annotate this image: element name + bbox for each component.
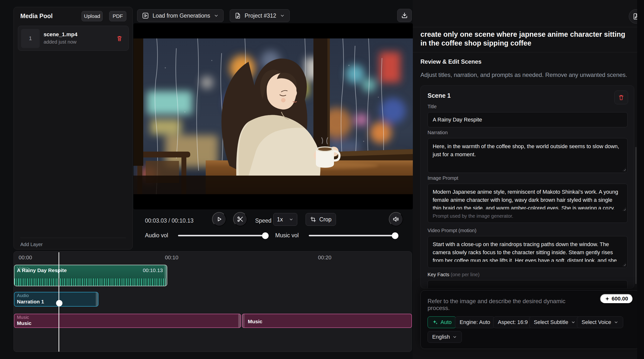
credits-value: 600.00: [612, 296, 628, 302]
chevron-down-icon: [571, 320, 576, 325]
aspect-label: Aspect: 16:9: [498, 319, 528, 326]
narration-text: Here, in the warmth of the coffee shop, …: [428, 138, 627, 163]
audio-clip-title: Narration 1: [17, 299, 44, 305]
speed-value: 1x: [277, 216, 283, 223]
credits-badge[interactable]: 600.00: [600, 294, 633, 304]
speed-select[interactable]: 1x: [273, 213, 297, 226]
music-volume-slider[interactable]: [309, 235, 395, 236]
scene-1-card: Scene 1 Title Narration Here, in the war…: [420, 86, 634, 288]
playhead-handle[interactable]: [56, 300, 62, 306]
scene-editor-panel: create only one scene where japnese anim…: [413, 0, 644, 359]
resize-handle-icon[interactable]: [622, 263, 626, 266]
music-clip-title: Music: [17, 320, 32, 326]
composer-placeholder[interactable]: Refer to the image and describe the desi…: [428, 298, 584, 312]
project-dropdown[interactable]: Project #312: [230, 9, 290, 22]
aspect-selector[interactable]: Aspect: 16:9: [493, 316, 532, 328]
key-facts-textarea[interactable]: [428, 280, 628, 288]
video-prompt-text: Start with a close-up on the raindrops t…: [428, 236, 627, 262]
video-prompt-label: Video Prompt (motion): [428, 228, 476, 233]
audio-track-label: Audio: [17, 293, 29, 298]
chevron-down-icon: [452, 334, 457, 340]
sparkle-icon: [605, 296, 610, 301]
music-track-label: Music: [17, 315, 29, 320]
image-prompt-textarea[interactable]: Modern Japanese anime style, reminiscent…: [428, 184, 628, 223]
audio-volume-slider[interactable]: [178, 235, 266, 236]
video-viewport[interactable]: [134, 23, 413, 210]
auto-label: Auto: [440, 319, 452, 326]
project-label: Project #312: [244, 12, 276, 19]
chevron-down-icon: [614, 320, 618, 325]
media-item-scene1[interactable]: 1 scene_1.mp4 added just now: [18, 26, 129, 51]
media-pool-title: Media Pool: [20, 12, 53, 20]
trim-handle-right[interactable]: [238, 314, 240, 328]
speed-label: Speed: [255, 218, 272, 224]
engine-label: Engine: Auto: [460, 319, 490, 326]
video-prompt-textarea[interactable]: Start with a close-up on the raindrops t…: [428, 236, 628, 268]
media-thumbnail: 1: [21, 29, 40, 48]
auto-mode-button[interactable]: Auto: [428, 316, 456, 328]
scrollbar[interactable]: [635, 147, 637, 284]
key-facts-hint: (one per line): [450, 272, 480, 277]
key-facts-label: Key Facts (one per line): [428, 272, 480, 278]
engine-selector[interactable]: Engine: Auto: [455, 316, 495, 328]
prompt-composer-card: Refer to the image and describe the desi…: [420, 290, 640, 349]
chevron-down-icon: [289, 217, 294, 222]
trim-handle-right[interactable]: [164, 265, 167, 286]
time-display: 00:03.03 / 00:10.13: [145, 218, 194, 224]
ruler-mark-0: 00:00: [18, 254, 32, 261]
video-frame-anime-cafe-scene: [134, 38, 413, 194]
resize-handle-icon[interactable]: [622, 168, 626, 171]
user-prompt-text: create only one scene where japnese anim…: [420, 30, 630, 48]
upload-button[interactable]: Upload: [82, 11, 102, 21]
play-icon: [216, 216, 222, 222]
language-label: English: [432, 334, 450, 340]
download-button[interactable]: [397, 9, 412, 22]
volume-button[interactable]: [389, 212, 403, 226]
trash-icon: [618, 94, 625, 101]
image-prompt-caption: Prompt used by the image generator.: [433, 212, 513, 220]
delete-scene-button[interactable]: [614, 90, 628, 104]
media-item-added: added just now: [44, 39, 77, 45]
scene-title-input[interactable]: [428, 112, 628, 127]
scene-heading: Scene 1: [428, 92, 451, 99]
narration-textarea[interactable]: Here, in the warmth of the coffee shop, …: [428, 138, 628, 173]
download-icon: [401, 12, 408, 19]
sparkles-icon: [432, 319, 438, 325]
video-clip-duration: 00:10.13: [143, 268, 163, 273]
divider: [413, 27, 644, 27]
pdf-button[interactable]: PDF: [109, 11, 126, 21]
ruler-mark-20: 00:20: [318, 254, 331, 261]
trim-handle-right[interactable]: [96, 292, 98, 306]
add-layer-button[interactable]: Add Layer: [20, 242, 42, 247]
play-button[interactable]: [212, 212, 226, 226]
voice-selector[interactable]: Select Voice: [577, 316, 623, 328]
cut-button[interactable]: [233, 212, 247, 226]
video-editor-app: Media Pool Upload PDF 1 scene_1.mp4 adde…: [0, 0, 644, 359]
image-prompt-text: Modern Japanese anime style, reminiscent…: [428, 184, 627, 210]
title-label: Title: [428, 104, 436, 110]
load-from-generations-dropdown[interactable]: Load from Generations: [137, 9, 224, 22]
timeline-music-clip-2[interactable]: Music: [242, 314, 412, 328]
load-from-generations-label: Load from Generations: [152, 12, 210, 19]
trim-handle-left[interactable]: [242, 314, 244, 328]
trash-icon[interactable]: [116, 35, 123, 42]
narration-label: Narration: [428, 130, 448, 136]
music-vol-label: Music vol: [275, 232, 299, 239]
music-clip-title: Music: [248, 318, 262, 324]
scissors-icon: [236, 216, 244, 223]
subtitle-selector[interactable]: Select Subtitle: [529, 316, 580, 328]
project-document-icon: [234, 12, 241, 19]
review-scenes-subtitle: Adjust titles, narration, and prompts as…: [420, 72, 627, 78]
voice-label: Select Voice: [582, 319, 611, 326]
language-selector[interactable]: English: [428, 331, 462, 343]
timeline-video-clip[interactable]: Video A Rainy Day Respite 00:10.13: [14, 265, 167, 286]
subtitle-label: Select Subtitle: [534, 319, 568, 326]
audio-vol-label: Audio vol: [145, 232, 168, 239]
crop-button[interactable]: Crop: [306, 213, 336, 226]
media-item-name: scene_1.mp4: [44, 31, 78, 38]
audio-volume-thumb[interactable]: [262, 232, 268, 239]
timeline-music-clip-1[interactable]: Music Music: [14, 314, 241, 328]
speaker-icon: [392, 216, 400, 223]
window-edge: [637, 0, 644, 359]
music-volume-thumb[interactable]: [392, 232, 398, 239]
